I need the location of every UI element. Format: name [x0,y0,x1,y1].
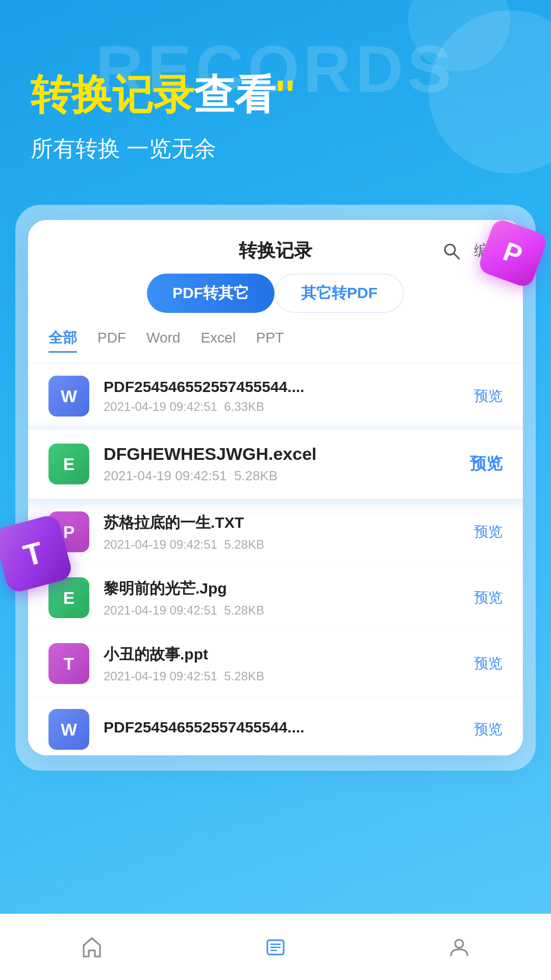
file-name: PDF254546552557455544.... [104,378,464,396]
header-section: 转换记录查看'' 所有转换 一览无余 [0,0,551,164]
preview-button[interactable]: 预览 [474,720,503,739]
bottom-nav [0,914,551,980]
nav-records[interactable] [262,934,289,961]
header-title: 转换记录查看'' [31,71,520,118]
filter-row: 全部 PDF Word Excel PPT [28,328,523,363]
filter-word[interactable]: Word [146,330,180,351]
filter-pdf[interactable]: PDF [97,330,126,351]
user-icon [446,934,472,961]
file-name: 苏格拉底的一生.TXT [104,512,464,533]
file-list: W PDF254546552557455544.... 2021-04-19 0… [28,363,523,755]
file-info: PDF254546552557455544.... [104,719,464,740]
file-info: 小丑的故事.ppt 2021-04-19 09:42:51 5.28KB [104,644,464,683]
file-info: PDF254546552557455544.... 2021-04-19 09:… [104,378,464,414]
file-icon-excel: E [48,444,89,484]
file-icon-word: W [48,709,89,750]
list-item[interactable]: P 苏格拉底的一生.TXT 2021-04-19 09:42:51 5.28KB… [28,499,523,565]
nav-profile[interactable] [446,934,472,961]
list-item[interactable]: W PDF254546552557455544.... 预览 [28,697,523,755]
file-meta: 2021-04-19 09:42:51 5.28KB [104,603,464,618]
file-name: 黎明前的光芒.Jpg [104,578,464,599]
file-meta: 2021-04-19 09:42:51 5.28KB [104,669,464,683]
nav-home[interactable] [79,934,105,961]
list-item[interactable]: E 黎明前的光芒.Jpg 2021-04-19 09:42:51 5.28KB … [28,565,523,631]
filter-excel[interactable]: Excel [201,330,235,351]
file-icon-ppt: T [48,643,89,684]
file-info: DFGHEWHESJWGH.excel 2021-04-19 09:42:51 … [104,444,460,484]
preview-button[interactable]: 预览 [474,522,503,542]
records-panel-title: 转换记录 [239,238,312,263]
tab-pdf-to-other[interactable]: PDF转其它 [147,274,274,313]
list-icon [262,934,289,961]
file-icon-jpg: E [48,577,89,618]
header-subtitle: 所有转换 一览无余 [31,134,520,164]
preview-button[interactable]: 预览 [470,453,503,475]
svg-line-1 [454,254,459,259]
tab-other-to-pdf[interactable]: 其它转PDF [274,274,404,313]
file-meta: 2021-04-19 09:42:51 5.28KB [104,537,464,552]
file-meta: 2021-04-19 09:42:51 5.28KB [104,468,460,484]
file-meta: 2021-04-19 09:42:51 6.33KB [104,400,464,414]
preview-button[interactable]: 预览 [474,588,503,607]
search-icon[interactable] [441,241,462,261]
header-title-white: 查看 [194,72,276,117]
filter-all[interactable]: 全部 [48,328,77,353]
file-name: DFGHEWHESJWGH.excel [104,444,460,464]
list-item[interactable]: W PDF254546552557455544.... 2021-04-19 0… [28,363,523,429]
file-info: 苏格拉底的一生.TXT 2021-04-19 09:42:51 5.28KB [104,512,464,552]
svg-point-6 [455,940,463,948]
phone-frame: 转换记录 编辑 PDF转其它 其它转PDF 全部 PDF Word [15,205,536,771]
file-name: 小丑的故事.ppt [104,644,464,665]
list-item[interactable]: T 小丑的故事.ppt 2021-04-19 09:42:51 5.28KB 预… [28,631,523,697]
inner-card: 转换记录 编辑 PDF转其它 其它转PDF 全部 PDF Word [28,220,523,755]
list-item[interactable]: E DFGHEWHESJWGH.excel 2021-04-19 09:42:5… [28,429,523,499]
card-wrapper: P T 转换记录 编辑 PDF转其它 其它转PDF [15,205,536,771]
records-header: 转换记录 编辑 [28,220,523,274]
file-name: PDF254546552557455544.... [104,719,464,736]
header-title-yellow: 转换记录 [31,72,194,117]
home-icon [79,934,105,961]
filter-ppt[interactable]: PPT [256,330,284,351]
preview-button[interactable]: 预览 [474,654,503,673]
file-info: 黎明前的光芒.Jpg 2021-04-19 09:42:51 5.28KB [104,578,464,618]
header-quote: '' [276,72,295,117]
preview-button[interactable]: 预览 [474,386,503,406]
tab-row: PDF转其它 其它转PDF [28,274,523,328]
file-icon-word: W [48,376,89,416]
